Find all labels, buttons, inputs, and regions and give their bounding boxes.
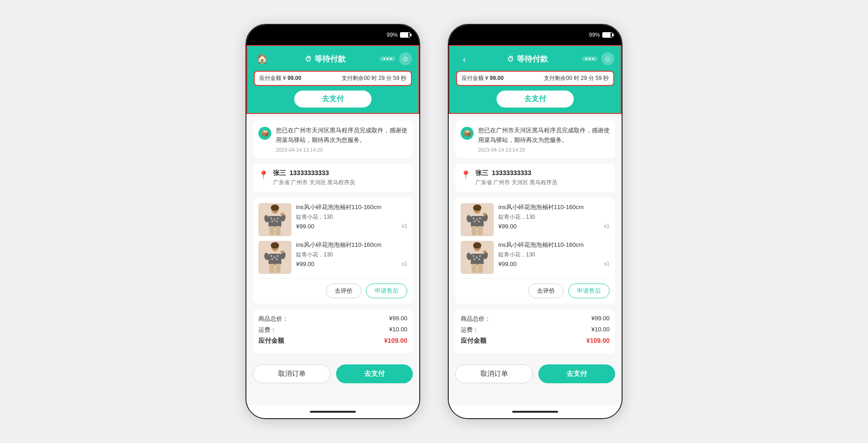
product-qty-right-1: x1 [604,261,610,267]
svg-point-16 [271,242,279,249]
notif-icon-right: 📦 [461,127,474,140]
price-summary-left: 商品总价： ¥99.00 运费： ¥10.00 应付金额 ¥109.00 [253,309,413,353]
header-top-right: ‹ ⏱ 等待付款 ⊙ [456,51,614,71]
review-btn-right[interactable]: 去评价 [528,284,564,298]
payment-banner-left: 应付金额 ¥ 99.00 支付剩余00 时 29 分 59 秒 [254,71,412,86]
product-price-row-right-1: ¥99.00 x1 [498,261,610,267]
svg-point-21 [271,258,273,260]
svg-rect-40 [472,226,477,235]
product-card-left: ins风小碎花泡泡袖衬110-160cm 靛青小花，130 ¥99.00 x1 [253,198,413,304]
product-img-right-0 [461,203,494,236]
cancel-order-btn-left[interactable]: 取消订单 [253,364,331,383]
svg-point-36 [478,221,480,222]
notif-date-right: 2023-04-14 13:14:20 [478,147,610,153]
svg-point-7 [271,221,273,222]
svg-rect-55 [478,264,483,273]
svg-point-22 [276,258,278,260]
svg-point-30 [473,204,481,211]
location-icon-left: 📍 [258,170,268,180]
addr-detail-right: 广东省 广州市 天河区 黑马程序员 [475,179,557,187]
svg-rect-54 [472,264,477,273]
svg-point-2 [271,204,279,211]
svg-rect-17 [268,254,281,265]
phone-left: 99% 🏠 ⏱ 等待付款 ⊙ [246,24,420,419]
timer-label-right: 支付剩余00 时 29 分 59 秒 [544,74,609,82]
svg-point-8 [276,221,278,222]
pay-now-btn-header-left[interactable]: 去支付 [294,91,371,108]
price-total-right: 应付金额 ¥109.00 [461,337,610,345]
pay-now-btn-header-right[interactable]: 去支付 [497,91,574,108]
product-info-right-0: ins风小碎花泡泡袖衬110-160cm 靛青小花，130 ¥99.00 x1 [498,203,610,236]
svg-point-4 [270,217,272,219]
back-button-right[interactable]: ‹ [456,51,473,67]
product-price-row-left-0: ¥99.00 x1 [296,223,407,230]
home-button-left[interactable]: 🏠 [254,51,270,67]
header-title-right: ⏱ 等待付款 [507,54,548,64]
svg-point-46 [473,255,474,257]
svg-point-47 [476,256,478,258]
notch-left [305,25,360,39]
svg-rect-13 [275,226,280,235]
svg-rect-41 [478,226,483,235]
clock-icon-right: ⏱ [507,55,514,63]
cancel-order-btn-right[interactable]: 取消订单 [455,364,533,383]
after-sale-btn-right[interactable]: 申请售后 [568,284,610,298]
price-shipping-left: 运费： ¥10.00 [258,326,407,334]
svg-point-19 [274,256,275,258]
svg-point-44 [473,242,481,249]
more-btn-right[interactable] [582,57,598,61]
home-indicator-left [246,405,419,418]
svg-point-35 [474,221,475,222]
address-card-left: 📍 张三 13333333333 广东省 广州市 天河区 黑马程序员 [253,164,413,192]
addr-content-right: 张三 13333333333 广东省 广州市 天河区 黑马程序员 [475,169,557,187]
product-card-right: ins风小碎花泡泡袖衬110-160cm 靛青小花，130 ¥99.00 x1 [455,198,615,304]
scan-btn-left[interactable]: ⊙ [399,52,412,65]
product-img-left-0 [258,203,291,236]
product-item-right-0: ins风小碎花泡泡袖衬110-160cm 靛青小花，130 ¥99.00 x1 [461,203,610,236]
pay-btn-right[interactable]: 去支付 [538,364,615,383]
status-bar-left: 99% [246,25,419,45]
after-sale-btn-left[interactable]: 申请售后 [366,284,407,298]
battery-icon-left [400,32,410,38]
home-indicator-right [449,405,622,418]
product-qty-left-0: x1 [401,223,407,229]
product-item-left-1: ins风小碎花泡泡袖衬110-160cm 靛青小花，130 ¥99.00 x1 [258,241,407,274]
svg-rect-31 [471,216,484,227]
address-card-right: 📍 张三 13333333333 广东省 广州市 天河区 黑马程序员 [455,164,615,192]
svg-point-5 [274,219,275,221]
bottom-btns-left: 取消订单 去支付 [253,359,413,383]
notif-text-left: 您已在广州市天河区黑马程序员完成取件，感谢使用菜鸟驿站，期待再次为您服务。 [276,126,407,145]
phone-body-right: 📦 您已在广州市天河区黑马程序员完成取件，感谢使用菜鸟驿站，期待再次为您服务。 … [449,114,622,405]
product-info-left-0: ins风小碎花泡泡袖衬110-160cm 靛青小花，130 ¥99.00 x1 [296,203,407,236]
product-info-right-1: ins风小碎花泡泡袖衬110-160cm 靛青小花，130 ¥99.00 x1 [498,241,610,274]
product-name-left-1: ins风小碎花泡泡袖衬110-160cm [296,241,407,249]
svg-rect-45 [471,254,484,265]
svg-point-48 [479,255,481,257]
pay-btn-left[interactable]: 去支付 [336,364,413,383]
svg-rect-12 [269,226,274,235]
more-btn-left[interactable] [380,57,395,61]
price-total-left: 应付金额 ¥109.00 [258,337,407,345]
svg-rect-26 [269,264,274,273]
product-variant-left-0: 靛青小花，130 [296,213,407,221]
product-info-left-1: ins风小碎花泡泡袖衬110-160cm 靛青小花，130 ¥99.00 x1 [296,241,407,274]
svg-point-6 [277,217,279,219]
addr-detail-left: 广东省 广州市 天河区 黑马程序员 [273,179,355,187]
price-subtotal-left: 商品总价： ¥99.00 [258,315,407,323]
notification-card-left: 📦 您已在广州市天河区黑马程序员完成取件，感谢使用菜鸟驿站，期待再次为您服务。 … [253,120,413,158]
review-btn-left[interactable]: 去评价 [326,284,361,298]
notif-date-left: 2023-04-14 13:14:20 [276,147,407,153]
product-variant-left-1: 靛青小花，130 [296,251,407,259]
svg-point-18 [270,255,272,257]
notif-text-right: 您已在广州市天河区黑马程序员完成取件，感谢使用菜鸟驿站，期待再次为您服务。 [478,126,610,145]
notif-icon-left: 📦 [258,127,271,140]
addr-name-phone-left: 张三 13333333333 [273,169,355,177]
product-item-left-0: ins风小碎花泡泡袖衬110-160cm 靛青小花，130 ¥99.00 x1 [258,203,407,236]
svg-point-33 [476,219,478,221]
scan-btn-right[interactable]: ⊙ [601,52,614,65]
notification-card-right: 📦 您已在广州市天河区黑马程序员完成取件，感谢使用菜鸟驿站，期待再次为您服务。 … [455,120,615,158]
product-name-right-0: ins风小碎花泡泡袖衬110-160cm [498,203,610,211]
product-img-right-1 [461,241,494,274]
price-subtotal-right: 商品总价： ¥99.00 [461,315,610,323]
phone-body-left: 📦 您已在广州市天河区黑马程序员完成取件，感谢使用菜鸟驿站，期待再次为您服务。 … [246,114,419,405]
